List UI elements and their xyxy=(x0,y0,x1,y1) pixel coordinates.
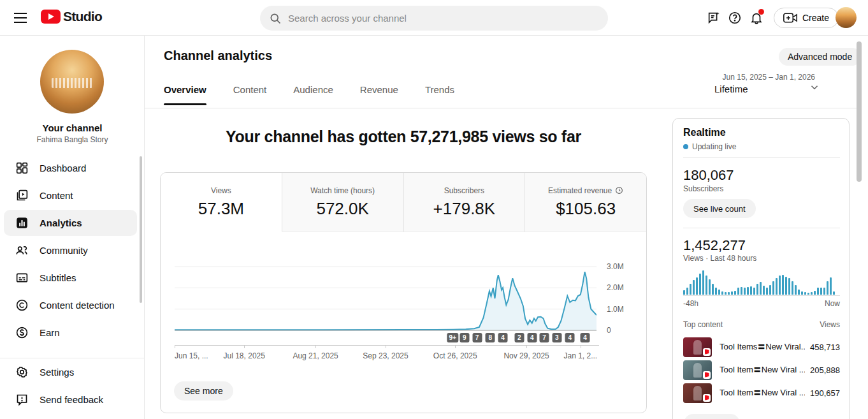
gear-icon xyxy=(14,365,29,380)
realtime-bar xyxy=(686,288,688,295)
see-live-count-button[interactable]: See live count xyxy=(683,199,756,218)
chart-day-badge[interactable]: 4 xyxy=(527,333,537,342)
y-axis-tick: 3.0M xyxy=(607,262,624,271)
sidebar-item-content-detection[interactable]: Content detection xyxy=(0,291,145,319)
tab-revenue[interactable]: Revenue xyxy=(360,84,398,105)
dollar-icon xyxy=(14,325,29,341)
sidebar-scrollbar[interactable] xyxy=(140,156,142,303)
metric-card-subscribers[interactable]: Subscribers +179.8K xyxy=(404,173,526,232)
chart-day-badge[interactable]: 7 xyxy=(539,333,549,342)
video-title: Tool Item〓New Viral ... xyxy=(720,364,805,376)
realtime-status: Updating live xyxy=(683,142,736,151)
shorts-icon xyxy=(703,348,711,356)
search-bar[interactable] xyxy=(260,6,608,31)
copyright-icon xyxy=(14,298,29,313)
x-axis-tick xyxy=(244,345,245,348)
page-scrollbar[interactable] xyxy=(857,41,862,182)
sidebar-item-label: Earn xyxy=(40,327,60,338)
menu-icon[interactable] xyxy=(11,9,29,27)
views-line-chart[interactable] xyxy=(175,256,597,334)
realtime-bar xyxy=(769,285,771,295)
video-views: 205,888 xyxy=(810,365,840,375)
realtime-bar xyxy=(785,277,787,295)
realtime-bar xyxy=(833,291,835,295)
chart-day-badge[interactable]: 4 xyxy=(565,333,575,342)
realtime-bar-chart[interactable] xyxy=(683,269,840,295)
realtime-bar xyxy=(766,288,768,295)
sidebar-item-settings[interactable]: Settings xyxy=(0,358,145,386)
chart-day-badge[interactable]: 8 xyxy=(486,333,495,342)
realtime-see-more-button-partial[interactable] xyxy=(684,414,740,419)
realtime-bar xyxy=(702,270,704,295)
axis-right-label: Now xyxy=(825,299,840,308)
chart-day-badge[interactable]: 2 xyxy=(514,333,524,342)
y-axis-tick: 1.0M xyxy=(607,305,624,314)
chart-day-badge[interactable]: 3 xyxy=(552,333,561,342)
analytics-tabs: Overview Content Audience Revenue Trends xyxy=(164,84,454,105)
chart-day-badge[interactable]: 7 xyxy=(472,333,482,342)
realtime-bar xyxy=(747,287,749,295)
top-content-label: Top content xyxy=(683,320,723,329)
realtime-bar xyxy=(801,291,803,295)
channel-avatar[interactable] xyxy=(40,50,104,114)
realtime-bar xyxy=(741,287,742,295)
realtime-subscribers-label: Subscribers xyxy=(683,184,723,193)
date-range-picker[interactable]: Jun 15, 2025 – Jan 1, 2026 Lifetime xyxy=(693,73,846,94)
create-button[interactable]: Create xyxy=(774,8,839,28)
metric-label: Estimated revenue xyxy=(548,186,612,195)
chart-day-badge[interactable]: 4 xyxy=(498,333,508,342)
feedback-bubble-icon xyxy=(14,392,29,408)
chart-day-badge[interactable]: 4 xyxy=(581,333,590,342)
sidebar-item-send-feedback[interactable]: Send feedback xyxy=(0,386,145,413)
realtime-bar xyxy=(725,292,727,295)
top-content-row[interactable]: Tool Item〓New Viral ... 205,888 xyxy=(683,358,840,381)
content-icon xyxy=(14,188,29,203)
create-label: Create xyxy=(802,13,829,23)
help-icon[interactable] xyxy=(726,9,744,27)
account-avatar[interactable] xyxy=(835,7,857,28)
top-content-row[interactable]: Tool Items〓New Viral... 458,713 xyxy=(683,335,840,358)
sidebar-item-label: Analytics xyxy=(40,217,82,228)
top-content-header: Top content Views xyxy=(683,320,840,329)
metric-card-views[interactable]: Views 57.3M xyxy=(161,173,282,232)
divider xyxy=(683,157,840,158)
tab-trends[interactable]: Trends xyxy=(425,84,454,105)
metric-card-watch-time[interactable]: Watch time (hours) 572.0K xyxy=(282,173,404,232)
sidebar-item-analytics[interactable]: Analytics xyxy=(0,209,145,237)
chart-day-badge[interactable]: 9 xyxy=(459,333,469,342)
realtime-bar xyxy=(683,290,685,295)
x-axis-tick-label: Sep 23, 2025 xyxy=(363,351,408,360)
main-content: Channel analytics Advanced mode Overview… xyxy=(145,36,868,419)
x-axis-tick-label: Oct 26, 2025 xyxy=(433,351,477,360)
video-title: Tool Item〓New Viral ... xyxy=(720,387,805,399)
realtime-status-label: Updating live xyxy=(692,142,736,151)
feedback-icon[interactable] xyxy=(705,9,723,27)
sidebar-item-subtitles[interactable]: Subtitles xyxy=(0,264,145,291)
sidebar-item-earn[interactable]: Earn xyxy=(0,319,145,346)
tabs-divider xyxy=(145,108,857,108)
sidebar-item-label: Subtitles xyxy=(40,272,76,283)
realtime-bar xyxy=(715,288,717,295)
top-content-row[interactable]: Tool Item〓New Viral ... 190,657 xyxy=(683,381,840,404)
see-more-button[interactable]: See more xyxy=(174,381,233,401)
tab-content[interactable]: Content xyxy=(233,84,267,105)
search-icon xyxy=(269,12,282,25)
sidebar-item-content[interactable]: Content xyxy=(0,182,145,209)
tab-overview[interactable]: Overview xyxy=(164,84,206,105)
search-input[interactable] xyxy=(288,13,599,24)
realtime-bar xyxy=(690,284,691,295)
youtube-studio-logo[interactable]: Studio xyxy=(41,9,102,24)
advanced-mode-button[interactable]: Advanced mode xyxy=(779,48,861,66)
chart-day-badge[interactable]: 9+ xyxy=(447,333,458,342)
realtime-bar xyxy=(798,290,800,295)
sidebar-item-dashboard[interactable]: Dashboard xyxy=(0,154,145,182)
sidebar-item-community[interactable]: Community xyxy=(0,237,145,264)
notifications-icon[interactable] xyxy=(748,9,765,27)
realtime-bar xyxy=(744,288,746,295)
tab-audience[interactable]: Audience xyxy=(293,84,333,105)
metric-card-estimated-revenue[interactable]: Estimated revenue $105.63 xyxy=(525,173,646,232)
x-axis-tick-label: Nov 29, 2025 xyxy=(503,351,549,360)
x-axis-tick xyxy=(175,345,175,348)
realtime-bar xyxy=(795,285,797,295)
video-views: 458,713 xyxy=(810,342,840,352)
